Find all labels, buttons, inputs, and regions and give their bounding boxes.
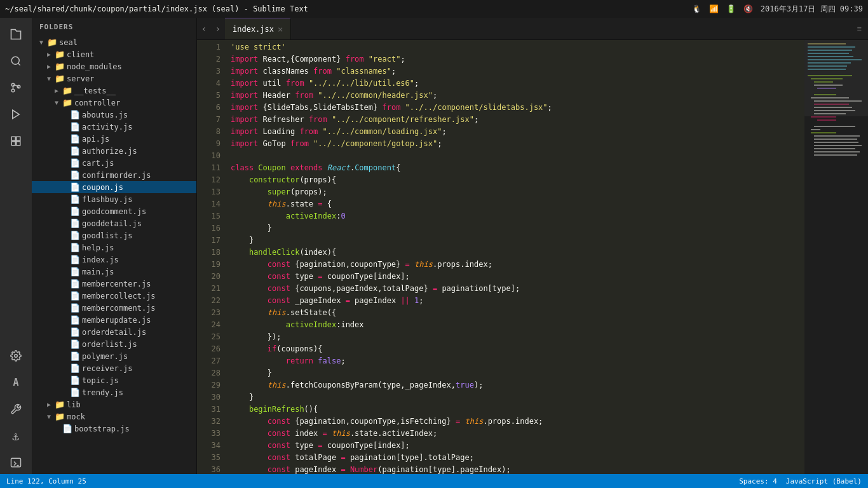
svg-point-10 (15, 355, 18, 358)
folder-icon: 📁 (62, 86, 72, 95)
git-icon[interactable] (4, 76, 27, 99)
sidebar-item-server[interactable]: ▼ 📁 server (32, 72, 196, 85)
code-line-28: } (231, 367, 804, 379)
folder-icon: 📁 (47, 37, 57, 47)
sidebar-item-help[interactable]: ▶ 📄 help.js (32, 241, 196, 254)
sidebar-header: FOLDERS (32, 18, 196, 36)
chevron-right-icon: ▶ (47, 401, 55, 408)
anchor-icon[interactable]: ⚓ (4, 424, 27, 447)
file-icon: 📄 (70, 219, 80, 228)
sidebar-item-membercomment[interactable]: ▶ 📄 membercomment.js (32, 302, 196, 314)
folder-icon: 📁 (55, 74, 65, 83)
sidebar-item-polymer[interactable]: ▶ 📄 polymer.js (32, 350, 196, 362)
file-icon: 📄 (70, 339, 80, 349)
file-icon: 📄 (70, 134, 80, 144)
titlebar-right: 🐧 📶 🔋 🔇 2016年3月17日 周四 09:39 (692, 4, 863, 15)
line-number-23: 23 (197, 307, 220, 319)
sidebar-item-seal[interactable]: ▼ 📁 seal (32, 36, 196, 48)
svg-rect-45 (814, 151, 860, 152)
search-icon[interactable] (4, 50, 27, 72)
sidebar-item-membercollect[interactable]: ▶ 📄 membercollect.js (32, 290, 196, 302)
sidebar-item-orderdetail[interactable]: ▶ 📄 orderdetail.js (32, 326, 196, 338)
code-line-20: const type = couponType[index]; (231, 271, 804, 283)
line-number-30: 30 (197, 391, 220, 403)
line-number-29: 29 (197, 379, 220, 391)
terminal-icon[interactable] (4, 451, 27, 474)
sidebar-item-goodcomment[interactable]: ▶ 📄 goodcomment.js (32, 205, 196, 217)
file-icon: 📄 (70, 146, 80, 156)
sidebar-item-label: controller (74, 98, 120, 107)
code-area[interactable]: 'use strict'import React,{Component} fro… (226, 40, 804, 474)
sidebar-item-mock[interactable]: ▼ 📁 mock (32, 410, 196, 423)
svg-rect-40 (814, 135, 860, 137)
sidebar-item-tests[interactable]: ▶ 📁 __tests__ (32, 85, 196, 97)
svg-rect-46 (814, 154, 857, 156)
line-number-12: 12 (197, 174, 220, 186)
sidebar-item-api[interactable]: ▶ 📄 api.js (32, 133, 196, 145)
sidebar-item-flashbuy[interactable]: ▶ 📄 flashbuy.js (32, 193, 196, 205)
sidebar-item-controller[interactable]: ▼ 📁 controller (32, 97, 196, 109)
sidebar-item-client[interactable]: ▶ 📁 client (32, 48, 196, 60)
sidebar-item-trendy[interactable]: ▶ 📄 trendy.js (32, 386, 196, 398)
line-number-19: 19 (197, 259, 220, 271)
code-line-6: import {SlideTabs,SlideTabsItem} from ".… (231, 102, 804, 114)
tab-nav-right[interactable]: › (211, 18, 225, 39)
minimap (804, 40, 868, 474)
sidebar-item-label: receiver.js (82, 364, 132, 373)
code-line-34: const type = couponType[index]; (231, 440, 804, 452)
sidebar-item-index[interactable]: ▶ 📄 index.js (32, 254, 196, 266)
code-line-30: } (231, 391, 804, 403)
sidebar-item-label: client (67, 50, 94, 59)
sidebar-item-goodlist[interactable]: ▶ 📄 goodlist.js (32, 229, 196, 241)
tab-nav-left[interactable]: ‹ (197, 18, 211, 39)
chevron-down-icon: ▼ (39, 39, 47, 46)
main-layout: A ⚓ FOLDERS ▼ 📁 seal ▶ 📁 clie (0, 18, 868, 474)
sidebar-item-lib[interactable]: ▶ 📁 lib (32, 398, 196, 410)
tab-index-jsx[interactable]: index.jsx × (225, 18, 291, 39)
status-bar: Line 122, Column 25 Spaces: 4 JavaScript… (0, 474, 868, 488)
sidebar-item-gooddetail[interactable]: ▶ 📄 gooddetail.js (32, 217, 196, 229)
sidebar-item-coupon[interactable]: ▶ 📄 coupon.js (32, 181, 196, 193)
svg-point-0 (11, 57, 19, 64)
svg-rect-37 (814, 126, 855, 127)
font-icon[interactable]: A (4, 371, 27, 394)
code-line-10 (231, 150, 804, 162)
sidebar-item-label: cart.js (82, 159, 114, 168)
sidebar-item-orderlist[interactable]: ▶ 📄 orderlist.js (32, 338, 196, 350)
files-icon[interactable] (4, 23, 27, 46)
debug-icon[interactable] (4, 103, 27, 126)
line-number-17: 17 (197, 234, 220, 247)
titlebar-title: ~/seal/shared/chunk/coupon/partial/index… (5, 4, 308, 13)
file-icon: 📄 (70, 231, 80, 240)
code-line-1: 'use strict' (231, 41, 804, 53)
svg-rect-9 (17, 142, 20, 146)
sidebar-item-receiver[interactable]: ▶ 📄 receiver.js (32, 362, 196, 374)
code-line-7: import Refresher from "../../component/r… (231, 114, 804, 126)
sidebar-item-label: membercenter.js (82, 280, 151, 288)
file-icon: 📄 (70, 388, 80, 397)
sidebar-item-authorize[interactable]: ▶ 📄 authorize.js (32, 145, 196, 157)
wrench-icon[interactable] (4, 398, 27, 421)
sidebar-item-confirmorder[interactable]: ▶ 📄 confirmorder.js (32, 169, 196, 181)
activity-bar: A ⚓ (0, 18, 32, 474)
sidebar-item-node-modules[interactable]: ▶ 📁 node_modules (32, 60, 196, 72)
sidebar-item-activity[interactable]: ▶ 📄 activity.js (32, 121, 196, 133)
sidebar-item-bootstrap[interactable]: ▶ 📄 bootstrap.js (32, 423, 196, 435)
tab-expand-button[interactable]: ≡ (850, 18, 868, 39)
sidebar-item-cart[interactable]: ▶ 📄 cart.js (32, 157, 196, 169)
tab-close-button[interactable]: × (278, 24, 283, 34)
code-line-31: beginRefresh(){ (231, 403, 804, 416)
line-number-35: 35 (197, 452, 220, 464)
sidebar-item-main[interactable]: ▶ 📄 main.js (32, 266, 196, 278)
sidebar-item-label: topic.js (82, 376, 119, 385)
file-icon: 📄 (70, 267, 80, 276)
sidebar-item-membercenter[interactable]: ▶ 📄 membercenter.js (32, 278, 196, 290)
sidebar-item-label: mock (67, 412, 85, 421)
sidebar: FOLDERS ▼ 📁 seal ▶ 📁 client ▶ 📁 node_mod… (32, 18, 197, 474)
extensions-icon[interactable] (4, 130, 27, 152)
sidebar-item-memberupdate[interactable]: ▶ 📄 memberupdate.js (32, 314, 196, 326)
sidebar-item-topic[interactable]: ▶ 📄 topic.js (32, 374, 196, 386)
settings-icon[interactable] (4, 344, 27, 367)
line-number-22: 22 (197, 295, 220, 307)
sidebar-item-aboutus[interactable]: ▶ 📄 aboutus.js (32, 109, 196, 121)
